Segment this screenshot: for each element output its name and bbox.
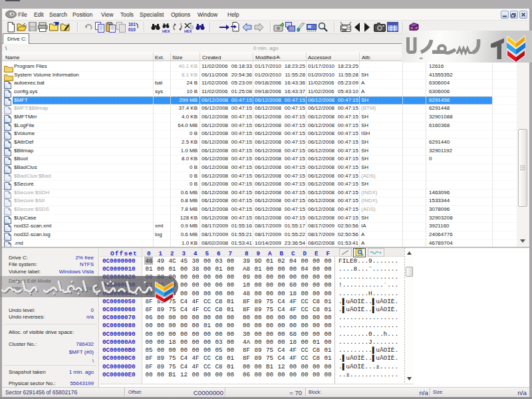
- svg-text:SW: SW: [342, 29, 347, 32]
- svg-text:010: 010: [128, 27, 136, 32]
- svg-text:HEX: HEX: [162, 29, 170, 33]
- svg-text:101: 101: [128, 22, 136, 27]
- svg-text:HEX: HEX: [184, 29, 192, 33]
